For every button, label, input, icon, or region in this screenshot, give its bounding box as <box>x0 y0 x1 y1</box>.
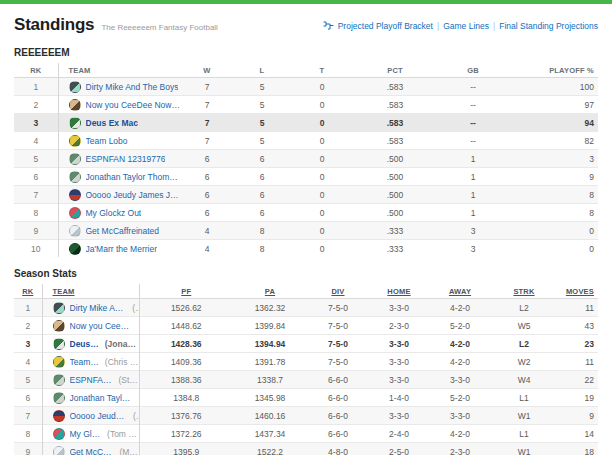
season-stats-title: Season Stats <box>14 268 598 279</box>
gb-cell: 1 <box>438 204 508 222</box>
rank-cell: 4 <box>14 132 58 150</box>
standings-header-row: RK TEAM W L T PCT GB PLAYOFF % <box>14 63 598 78</box>
table-row: 9 Get McCaffreinated 4 8 0 .333 3 0 <box>14 222 598 240</box>
pf-cell: 1409.36 <box>139 353 233 371</box>
pa-cell: 1345.98 <box>233 389 307 407</box>
moves-cell: 11 <box>557 353 598 371</box>
team-link[interactable]: Jonathan Taylor Thomas Bra... <box>70 393 134 403</box>
wins-cell: 4 <box>182 222 232 240</box>
pct-cell: .500 <box>352 204 438 222</box>
gb-cell: 3 <box>438 240 508 258</box>
col-home[interactable]: HOME <box>369 284 429 299</box>
pct-cell: .583 <box>352 114 438 132</box>
ties-cell: 0 <box>292 222 352 240</box>
manager-name: (Jonathan St... <box>105 339 139 349</box>
league-subtitle: The Reeeeeem Fantasy Football <box>101 23 218 32</box>
table-row: 7 Ooooo Jeudy James Jeudy(... 1376.76 14… <box>14 407 598 425</box>
home-cell: 2-4-0 <box>369 425 429 443</box>
team-link[interactable]: Jonathan Taylor Thomas Br... <box>86 172 183 182</box>
losses-cell: 8 <box>232 240 292 258</box>
team-link[interactable]: Deus Ex Mac <box>70 339 100 349</box>
div-cell: 6-6-0 <box>307 425 369 443</box>
team-link[interactable]: ESPNFAN 12319776 <box>86 154 166 164</box>
moves-cell: 19 <box>557 389 598 407</box>
col-rk[interactable]: RK <box>14 284 42 299</box>
div-cell: 7-5-0 <box>307 317 369 335</box>
manager-name: (... <box>132 303 138 313</box>
moves-cell: 23 <box>557 335 598 353</box>
pct-cell: .500 <box>352 186 438 204</box>
pa-cell: 1394.94 <box>233 335 307 353</box>
streak-cell: W2 <box>491 353 557 371</box>
div-cell: 6-6-0 <box>307 389 369 407</box>
team-logo-icon <box>69 171 81 183</box>
pa-cell: 1399.84 <box>233 317 307 335</box>
team-logo-icon <box>53 392 65 404</box>
gb-cell: -- <box>438 114 508 132</box>
team-link[interactable]: Get McCaffreinated <box>70 447 115 455</box>
team-link[interactable]: Team Lobo <box>86 136 128 146</box>
link-projected-playoff-bracket[interactable]: Projected Playoff Bracket <box>338 21 433 31</box>
team-link[interactable]: ESPNFAN 12319776 <box>70 375 114 385</box>
playoff-pct-cell: 0 <box>508 240 598 258</box>
table-row: 6 Jonathan Taylor Thomas Bra... 1384.8 1… <box>14 389 598 407</box>
rank-cell: 8 <box>14 425 42 443</box>
streak-cell: L1 <box>491 389 557 407</box>
season-stats-header-row: RK TEAM PF PA DIV HOME AWAY STRK MOVES <box>14 284 598 299</box>
col-div[interactable]: DIV <box>307 284 369 299</box>
moves-cell: 9 <box>557 407 598 425</box>
team-link[interactable]: Dirty Mike And The Boys <box>70 303 128 313</box>
moves-cell: 18 <box>557 443 598 455</box>
pa-cell: 1522.2 <box>233 443 307 455</box>
col-strk[interactable]: STRK <box>491 284 557 299</box>
col-away[interactable]: AWAY <box>429 284 491 299</box>
table-row-user-team: 3 Deus Ex Mac(Jonathan St... 1428.36 139… <box>14 335 598 353</box>
team-logo-icon <box>69 189 81 201</box>
team-link[interactable]: Deus Ex Mac <box>86 118 138 128</box>
col-pa[interactable]: PA <box>233 284 307 299</box>
team-link[interactable]: My Glockz Out <box>86 208 142 218</box>
team-link[interactable]: Ooooo Jeudy James Jeudy <box>70 411 128 421</box>
losses-cell: 6 <box>232 150 292 168</box>
table-row: 2 Now you CeeDee Now you ... 1448.62 139… <box>14 317 598 335</box>
table-row: 4 Team Lobo(Chris Lobo) 1409.36 1391.78 … <box>14 353 598 371</box>
rank-cell: 10 <box>14 240 58 258</box>
team-link[interactable]: Now you CeeDee Now you ... <box>86 100 183 110</box>
pf-cell: 1428.36 <box>139 335 233 353</box>
team-logo-icon <box>69 225 81 237</box>
team-link[interactable]: Team Lobo <box>70 357 100 367</box>
col-pf[interactable]: PF <box>139 284 233 299</box>
link-separator: | <box>493 21 495 31</box>
away-cell: 4-2-0 <box>429 299 491 317</box>
gb-cell: 1 <box>438 186 508 204</box>
team-link[interactable]: Get McCaffreinated <box>86 226 160 236</box>
team-link[interactable]: Now you CeeDee Now you ... <box>70 321 134 331</box>
div-cell: 7-5-0 <box>307 299 369 317</box>
page-title: Standings <box>14 15 94 35</box>
streak-cell: L2 <box>491 335 557 353</box>
team-logo-icon <box>69 81 81 93</box>
team-logo-icon <box>53 320 65 332</box>
link-game-lines[interactable]: Game Lines <box>443 21 489 31</box>
pf-cell: 1395.9 <box>139 443 233 455</box>
ties-cell: 0 <box>292 168 352 186</box>
link-final-standing-projections[interactable]: Final Standing Projections <box>499 21 598 31</box>
team-link[interactable]: Ja'Marr the Merrier <box>86 244 158 254</box>
col-moves[interactable]: MOVES <box>557 284 598 299</box>
gb-cell: -- <box>438 96 508 114</box>
table-row: 10 Ja'Marr the Merrier 4 8 0 .333 3 0 <box>14 240 598 258</box>
col-team: TEAM <box>58 63 182 78</box>
home-cell: 3-3-0 <box>369 407 429 425</box>
pa-cell: 1338.7 <box>233 371 307 389</box>
rank-cell: 3 <box>14 114 58 132</box>
away-cell: 4-2-0 <box>429 425 491 443</box>
team-link[interactable]: Dirty Mike And The Boys <box>86 82 179 92</box>
team-link[interactable]: My Glockz Out <box>70 429 103 439</box>
playoff-pct-cell: 100 <box>508 78 598 96</box>
losses-cell: 5 <box>232 78 292 96</box>
ties-cell: 0 <box>292 132 352 150</box>
div-cell: 6-6-0 <box>307 407 369 425</box>
col-team[interactable]: TEAM <box>42 284 139 299</box>
team-link[interactable]: Ooooo Jeudy James Jeudy <box>86 190 183 200</box>
streak-cell: W4 <box>491 371 557 389</box>
